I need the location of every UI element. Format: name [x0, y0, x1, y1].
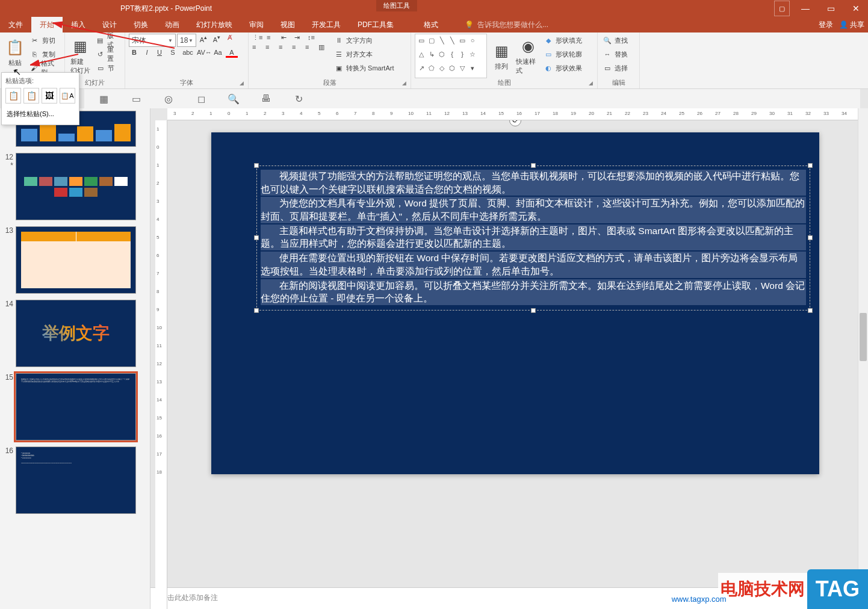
share-button[interactable]: 👤 共享	[839, 20, 864, 30]
paste-option-2[interactable]: 📋	[23, 88, 39, 104]
select-icon: ▭	[603, 63, 612, 73]
underline-button[interactable]: U	[154, 49, 165, 58]
tab-slideshow[interactable]: 幻灯片放映	[188, 17, 241, 32]
distributed-button[interactable]: ≡	[305, 43, 317, 51]
tab-design[interactable]: 设计	[94, 17, 125, 32]
tab-insert[interactable]: 插入	[63, 17, 94, 32]
qat-icon-2[interactable]: ▭	[129, 91, 143, 106]
paste-button[interactable]: 📋 粘贴 ▼	[4, 34, 26, 78]
resize-handle[interactable]	[531, 308, 536, 313]
paragraph[interactable]: 在新的阅读视图中阅读更加容易。可以折叠文档某些部分并关注所需文本。如果在达到结尾…	[261, 279, 806, 305]
slide-thumb[interactable]: 15 视频提供了功能强大的方法帮助您证明您的观点当您单击联机视频时可以在想要添加…	[2, 373, 147, 441]
slide-thumb[interactable]: 13	[2, 226, 147, 294]
tab-file[interactable]: 文件	[0, 17, 31, 32]
arrange-button[interactable]: ▦排列	[489, 34, 513, 78]
tab-home[interactable]: 开始	[31, 17, 63, 32]
decrease-font-icon[interactable]: A▾	[211, 34, 223, 47]
resize-handle[interactable]	[808, 163, 813, 168]
qat-icon-3[interactable]: ◎	[161, 91, 176, 106]
cut-button[interactable]: ✂剪切	[29, 34, 61, 47]
font-name-combo[interactable]: 宋体▼	[129, 34, 176, 47]
char-spacing-button[interactable]: AV↔	[197, 49, 210, 58]
columns-button[interactable]: ▥	[318, 43, 330, 51]
align-right-button[interactable]: ≡	[279, 43, 291, 51]
line-spacing-button[interactable]: ↕≡	[308, 34, 320, 42]
resize-handle[interactable]	[808, 235, 813, 240]
font-size-combo[interactable]: 18▼	[177, 34, 196, 47]
resize-handle[interactable]	[254, 163, 259, 168]
align-text-button[interactable]: ☰对齐文本	[333, 48, 395, 61]
find-button[interactable]: 🔍查找	[601, 34, 629, 47]
italic-button[interactable]: I	[141, 49, 152, 58]
change-case-button[interactable]: Aa	[212, 49, 224, 58]
replace-button[interactable]: ↔替换	[601, 48, 629, 61]
strikethrough-button[interactable]: S	[167, 49, 179, 58]
resize-handle[interactable]	[531, 163, 536, 168]
qat-icon-1[interactable]: ▦	[96, 91, 111, 106]
paragraph[interactable]: 使用在需要位置出现的新按钮在 Word 中保存时间。若要更改图片适应文档的方式，…	[261, 252, 806, 277]
tab-developer[interactable]: 开发工具	[303, 17, 349, 32]
shape-effects-button[interactable]: ◐形状效果	[542, 61, 583, 75]
paragraph[interactable]: 主题和样式也有助于文档保持协调。当您单击设计并选择新的主题时，图片、图表或 Sm…	[261, 224, 806, 250]
paste-option-4[interactable]: 📋A	[60, 88, 75, 104]
decrease-indent-button[interactable]: ⇤	[281, 34, 293, 42]
login-link[interactable]: 登录	[819, 20, 833, 30]
resize-handle[interactable]	[254, 308, 259, 313]
paragraph[interactable]: 视频提供了功能强大的方法帮助您证明您的观点。当您单击联机视频时，可以在想要添加的…	[261, 170, 806, 196]
qat-icon-7[interactable]: ↻	[291, 91, 306, 106]
section-button[interactable]: ▭节	[95, 61, 121, 75]
paste-option-1[interactable]: 📋	[5, 88, 21, 104]
minimize-button[interactable]: —	[793, 0, 817, 17]
tab-pdf[interactable]: PDF工具集	[349, 17, 402, 32]
resize-handle[interactable]	[808, 308, 813, 313]
tab-animations[interactable]: 动画	[157, 17, 188, 32]
drawing-dialog-launcher[interactable]: ◢	[589, 80, 596, 87]
select-button[interactable]: ▭选择	[601, 61, 629, 75]
shape-fill-button[interactable]: ◆形状填充	[542, 34, 583, 47]
qat-icon-5[interactable]: 🔍	[226, 91, 241, 106]
quick-styles-button[interactable]: ◉快速样式	[516, 34, 540, 78]
numbering-button[interactable]: ≡	[267, 34, 280, 42]
maximize-button[interactable]: ▭	[819, 0, 843, 17]
slide-thumb[interactable]: 16 • aaaaaaaa• bbbbbbbbbbbb• cccccccccc …	[2, 447, 147, 514]
close-button[interactable]: ✕	[844, 0, 868, 17]
tell-me-search[interactable]: 💡 告诉我您想要做什么...	[465, 20, 548, 30]
increase-font-icon[interactable]: A▴	[197, 34, 209, 47]
align-left-button[interactable]: ≡	[252, 43, 264, 51]
vertical-scrollbar[interactable]	[858, 108, 868, 609]
ribbon-display-options-icon[interactable]: ▢	[774, 1, 790, 16]
font-color-button[interactable]: A	[226, 49, 238, 58]
tab-view[interactable]: 视图	[272, 17, 303, 32]
text-box[interactable]: 视频提供了功能强大的方法帮助您证明您的观点。当您单击联机视频时，可以在想要添加的…	[256, 165, 810, 311]
slide-thumb[interactable]: 14 举例文字	[2, 300, 147, 367]
shape-outline-button[interactable]: ▭形状轮廓	[542, 48, 583, 61]
font-dialog-launcher[interactable]: ◢	[240, 80, 247, 87]
align-center-button[interactable]: ≡	[265, 43, 277, 51]
scrollbar-thumb[interactable]	[860, 313, 867, 361]
quick-styles-icon: ◉	[518, 37, 538, 56]
reset-button[interactable]: ↺重置	[95, 48, 121, 61]
tab-review[interactable]: 审阅	[241, 17, 272, 32]
new-slide-button[interactable]: ▦ 新建 幻灯片	[69, 34, 92, 78]
shadow-button[interactable]: abc	[181, 49, 195, 58]
rotate-handle[interactable]: ⟳	[509, 120, 521, 126]
justify-button[interactable]: ≡	[292, 43, 304, 51]
tab-transitions[interactable]: 切换	[125, 17, 157, 32]
shapes-gallery[interactable]: ▭▢╲╲▭○ △↳⬡{}☆ ↗⬠◇⬡▽▾	[415, 34, 487, 78]
bullets-button[interactable]: ⋮≡	[252, 34, 265, 42]
qat-icon-6[interactable]: 🖶	[259, 91, 273, 106]
bold-button[interactable]: B	[129, 49, 140, 58]
increase-indent-button[interactable]: ⇥	[294, 34, 306, 42]
paragraph-dialog-launcher[interactable]: ◢	[402, 80, 409, 87]
text-direction-button[interactable]: ⅠⅠ文字方向	[333, 34, 395, 47]
slide-canvas[interactable]: ⟳ 视频提供了功能强大的方法帮助您证明您的观点。当您单击联机视频时，可以在想要添…	[211, 132, 819, 474]
tab-format[interactable]: 格式	[415, 17, 447, 32]
paragraph[interactable]: 为使您的文档具有专业外观，Word 提供了页眉、页脚、封面和文本框设计，这些设计…	[261, 197, 806, 223]
slide-thumb[interactable]: 12*	[2, 153, 147, 220]
paste-special-button[interactable]: 选择性粘贴(S)...	[5, 107, 75, 121]
clear-format-icon[interactable]: A̸	[224, 34, 236, 47]
paste-option-3[interactable]: 🖼	[42, 88, 57, 104]
qat-icon-4[interactable]: ◻	[194, 91, 208, 106]
resize-handle[interactable]	[254, 235, 259, 240]
smartart-button[interactable]: ▣转换为 SmartArt	[333, 61, 395, 75]
